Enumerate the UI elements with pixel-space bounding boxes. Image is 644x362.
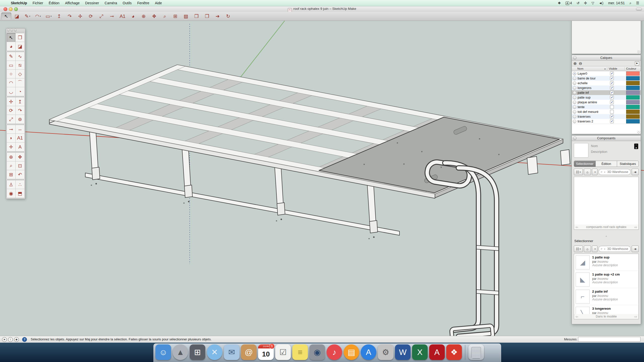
freehand-tool[interactable]: ∿	[16, 52, 24, 61]
components-list-area[interactable]	[574, 177, 639, 225]
selector-search-field[interactable]: ⌕ ▾	[598, 246, 631, 252]
arc-tool[interactable]: ◠▾	[33, 13, 43, 20]
zoom-tool[interactable]: ⌕	[160, 13, 170, 20]
layer-visible-checkbox[interactable]: ✓	[610, 81, 614, 85]
pan-tool[interactable]: ✥	[16, 153, 24, 161]
layer-color-swatch[interactable]	[626, 95, 640, 100]
menu-clock[interactable]: mer. 14:51	[606, 1, 627, 5]
collection-label[interactable]: composants roof rack ophalex	[580, 225, 633, 229]
layer-radio[interactable]	[573, 110, 576, 114]
layer-color-swatch[interactable]	[626, 76, 640, 80]
rotated-rectangle-tool[interactable]: ⧅	[16, 61, 24, 70]
tape-measure-tool[interactable]: ⊸	[107, 13, 117, 20]
remove-layer-button[interactable]: ⊖	[579, 61, 582, 66]
circle-tool[interactable]: ○	[7, 70, 16, 78]
tab-edition[interactable]: Édition	[596, 161, 617, 167]
selector-home-button[interactable]: ⌂	[584, 246, 591, 252]
layer-radio[interactable]	[573, 77, 576, 80]
zoom-window-tool[interactable]: ⊡	[16, 161, 24, 170]
menu-aide[interactable]: Aide	[152, 1, 165, 5]
layer-radio[interactable]	[573, 120, 576, 123]
menu-edition[interactable]: Édition	[46, 1, 62, 5]
component-item-1-patte-sup[interactable]: ◢ 1 patte suppar InconnuAucune descripti…	[574, 254, 638, 271]
help-icon[interactable]: ?	[22, 337, 27, 342]
rotate-tool[interactable]: ⟳	[7, 106, 16, 115]
layers-menu-button[interactable]: ▶	[635, 61, 639, 66]
walk-tool[interactable]: ∴	[16, 180, 24, 189]
scale-tool[interactable]: ⤢	[96, 13, 106, 20]
offset-tool[interactable]: ⊚	[16, 115, 24, 124]
measures-input[interactable]	[578, 337, 640, 342]
two-point-arc-tool[interactable]: ⌒	[16, 78, 24, 87]
dock-icon-mission-control[interactable]: ⊞	[190, 344, 205, 360]
layers-close-icon[interactable]	[573, 56, 577, 60]
dropdown-caret-icon[interactable]: ▾	[40, 15, 41, 17]
paint-bucket-tool[interactable]: ◕	[128, 13, 138, 20]
push-pull-tool[interactable]: ↥	[54, 13, 64, 20]
add-layer-button[interactable]: ⊕	[573, 61, 577, 66]
user-icon[interactable]: ☻	[14, 337, 19, 342]
layer-visible-checkbox[interactable]	[610, 110, 614, 114]
dock-icon-word[interactable]: W	[395, 344, 411, 360]
wifi-icon[interactable]: ▽	[589, 1, 596, 5]
text-tool[interactable]: A1	[16, 134, 24, 143]
column-couleur[interactable]: Couleur	[624, 67, 641, 70]
layer-color-swatch[interactable]	[626, 90, 640, 95]
follow-me-tool[interactable]: ↷	[65, 13, 75, 20]
geolocation-icon[interactable]: ➤	[2, 337, 7, 342]
look-around-tool[interactable]: ◉	[7, 189, 16, 198]
position-camera-tool[interactable]: ♙	[7, 180, 16, 189]
layer-color-swatch[interactable]	[626, 86, 640, 90]
input-source-icon[interactable]: A4	[563, 1, 574, 5]
protractor-tool[interactable]: ◗	[7, 134, 16, 143]
pan-tool[interactable]: ✥	[149, 13, 159, 20]
get-models-tool[interactable]: ❒	[191, 13, 202, 20]
dock-icon-itunes[interactable]: ♪	[327, 344, 342, 360]
toolbar-toggle-button[interactable]	[636, 8, 642, 11]
move-tool[interactable]: ✢	[75, 13, 85, 20]
component-item-3-longereon[interactable]: ╲ 3 longereonpar InconnuAucune descripti…	[574, 305, 638, 314]
layer-visible-checkbox[interactable]: ✓	[610, 72, 614, 75]
zoom-tool[interactable]: ⌕	[7, 161, 16, 170]
rotate-tool[interactable]: ⟳	[86, 13, 96, 20]
layer-color-swatch[interactable]	[626, 81, 640, 85]
home-button[interactable]: ⌂	[584, 169, 591, 175]
scale-tool[interactable]: ⤢	[7, 115, 16, 124]
layer-radio[interactable]	[573, 115, 576, 118]
collection-back-icon[interactable]: ⇦	[574, 225, 580, 229]
search-dropdown-icon[interactable]: ▾	[604, 171, 605, 173]
extension-warehouse-tool[interactable]: ↻	[223, 13, 233, 20]
dock-icon-system-preferences[interactable]: ⚙	[378, 344, 393, 360]
section-plane-tool[interactable]: ⬒	[16, 189, 24, 198]
layer-visible-checkbox[interactable]: ✓	[610, 96, 614, 99]
layer-row-traverses-2[interactable]: traverses 2✓	[572, 119, 641, 124]
selector-home-dropdown-button[interactable]: ▾	[592, 246, 597, 252]
dock-icon-reminders[interactable]: ☑	[275, 344, 291, 360]
dropdown-caret-icon[interactable]: ▾	[51, 15, 52, 17]
dock-icon-acrobat[interactable]: A	[429, 344, 445, 360]
dock-icon-notes[interactable]: ≡	[292, 344, 308, 360]
layers-resize-grip[interactable]	[637, 131, 640, 134]
collection-forward-icon[interactable]: ⇨	[633, 225, 638, 229]
layer-row-toit-def-mesure[interactable]: toit def mesuré	[572, 109, 641, 114]
dropdown-caret-icon[interactable]: ▾	[29, 15, 30, 17]
select-tool[interactable]: ↖	[7, 33, 16, 42]
layer-visible-checkbox[interactable]: ✓	[610, 115, 614, 118]
layer-row-patte-sup[interactable]: patte sup✓	[572, 95, 641, 100]
view-options-button[interactable]: ☷▾	[574, 169, 583, 175]
tape-measure-tool[interactable]: ⊸	[7, 125, 16, 134]
follow-me-tool[interactable]: ↷	[16, 106, 24, 115]
push-pull-tool[interactable]: ↥	[16, 97, 24, 106]
layer-visible-checkbox[interactable]: ✓	[610, 119, 614, 123]
column-visible[interactable]: Visible	[607, 67, 624, 70]
layer-color-swatch[interactable]	[626, 105, 640, 109]
home-dropdown-button[interactable]: ▾	[592, 169, 597, 175]
dock-icon-contacts[interactable]: @	[241, 344, 257, 360]
layer-color-swatch[interactable]	[626, 119, 640, 123]
notification-center-icon[interactable]: ☰	[634, 1, 641, 5]
selector-view-options-button[interactable]: ☷▾	[574, 246, 583, 252]
search-dropdown-icon[interactable]: ▾	[604, 248, 605, 250]
move-tool[interactable]: ✢	[7, 97, 16, 106]
3d-text-tool[interactable]: A	[16, 143, 24, 151]
layers-header[interactable]: Calques	[572, 55, 641, 61]
